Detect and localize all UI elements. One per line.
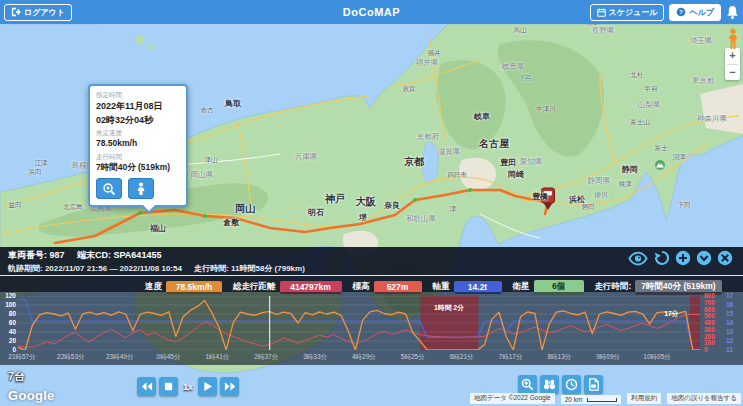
stop-icon <box>163 381 174 392</box>
x-axis-label: 21時57分 <box>0 353 44 362</box>
calendar-icon <box>597 8 606 17</box>
popup-time-value: 02時32分04秒 <box>96 114 180 126</box>
zoom-search-button[interactable] <box>518 375 537 394</box>
axis-tick: 16 <box>726 302 733 309</box>
axis-tick: 14 <box>726 320 733 327</box>
x-axis-label: 6時21分 <box>440 353 484 362</box>
map-zoom-out-button[interactable]: − <box>725 65 740 81</box>
help-icon: ? <box>676 7 686 17</box>
panel-action-icons <box>627 250 733 266</box>
x-axis-label: 23時49分 <box>98 353 142 362</box>
x-axis-label: 2時37分 <box>244 353 288 362</box>
stop-region-label: 1時間 2分 <box>431 304 467 312</box>
vehicle-count-label: 7台 <box>8 369 25 384</box>
terms-link[interactable]: 利用規約 <box>627 393 661 404</box>
app-header: ログアウト DoCoMAP スケジュール ? ヘルプ <box>0 0 743 24</box>
scale-label: 20 km <box>565 396 583 403</box>
fast-forward-icon <box>224 381 236 392</box>
track-point-popup: 指定時間 2022年11月08日 02時32分04秒 推定速度 78.50km/… <box>88 84 188 207</box>
popup-duration-value: 7時間40分 (519km) <box>96 162 180 173</box>
popup-zoom-button[interactable] <box>96 178 122 199</box>
x-axis-label: 4時29分 <box>342 353 386 362</box>
map-zoom-control: + − <box>725 48 740 80</box>
csv-file-icon <box>587 378 600 391</box>
play-icon <box>202 381 213 392</box>
axis-tick: 17 <box>726 293 733 300</box>
time-search-button[interactable] <box>562 375 581 394</box>
vehicle-number: 車両番号: 987 <box>8 250 65 260</box>
magnifier-target-icon <box>102 182 116 196</box>
axis-tick: 15 <box>726 311 733 318</box>
popup-time-label: 指定時間 <box>96 91 180 100</box>
total-drive-time: 走行時間: 11時間58分 (799km) <box>194 264 305 273</box>
google-logo[interactable]: Google <box>8 388 55 403</box>
stop-button[interactable] <box>159 377 178 396</box>
axis-tick: 11 <box>726 347 733 354</box>
schedule-button[interactable]: スケジュール <box>590 4 665 21</box>
axis-tick: 120 <box>5 293 16 300</box>
axis-tick: 80 <box>9 311 16 318</box>
rewind-button[interactable] <box>137 377 156 396</box>
playback-controls: 1x <box>137 377 239 396</box>
map-tools <box>518 375 603 394</box>
help-label: ヘルプ <box>689 7 714 18</box>
stop-region-label: 17分 <box>653 310 689 318</box>
help-button[interactable]: ? ヘルプ <box>669 4 721 21</box>
popup-pointer-inner <box>142 204 156 211</box>
popup-buttons <box>96 178 180 199</box>
playback-speed: 1x <box>183 382 193 392</box>
x-axis-label: 1時41分 <box>195 353 239 362</box>
add-icon[interactable] <box>675 250 691 266</box>
logout-icon <box>11 7 21 17</box>
x-axis-label: 10時05分 <box>635 353 679 362</box>
x-axis-label: 5時25分 <box>391 353 435 362</box>
axis-tick: 20 <box>9 338 16 345</box>
trip-chart-panel: 1時間 2分17分1201008060402008007006005004003… <box>0 292 743 365</box>
axis-tick: 13 <box>726 329 733 336</box>
terminal-code: 端末CD: SPA641455 <box>77 250 161 260</box>
popup-speed-value: 78.50km/h <box>96 138 180 149</box>
report-error-link[interactable]: 地図の誤りを報告する <box>667 393 741 404</box>
pegman-button-icon <box>135 182 147 196</box>
popup-streetview-button[interactable] <box>128 178 154 199</box>
logout-button[interactable]: ログアウト <box>4 4 72 21</box>
x-axis-label: 9時09分 <box>586 353 630 362</box>
fast-forward-button[interactable] <box>220 377 239 396</box>
axis-tick: 40 <box>9 329 16 336</box>
play-button[interactable] <box>198 377 217 396</box>
map-attribution: 地図データ ©2022 Google 20 km 利用規約 地図の誤りを報告する <box>470 393 741 404</box>
rewind-icon <box>141 381 153 392</box>
chart-plot[interactable] <box>18 296 700 350</box>
map-zoom-in-button[interactable]: + <box>725 48 740 64</box>
binoculars-button[interactable] <box>540 375 559 394</box>
notifications-bell-icon[interactable] <box>726 5 739 20</box>
mountain-icon <box>655 160 665 170</box>
visibility-icon[interactable] <box>627 251 649 266</box>
popup-duration-label: 走行時間 <box>96 153 180 162</box>
logout-label: ログアウト <box>24 7 65 18</box>
track-period: 軌跡期間: 2022/11/07 21:56 — 2022/11/08 10:5… <box>8 264 182 273</box>
scale-indicator: 20 km <box>561 395 622 404</box>
scale-bar <box>587 398 617 402</box>
collapse-panel-icon[interactable] <box>696 250 712 266</box>
refresh-icon[interactable] <box>654 250 670 266</box>
magnifier-plus-icon <box>521 378 534 391</box>
axis-tick: 12 <box>726 338 733 345</box>
x-axis-label: 22時53分 <box>49 353 93 362</box>
close-panel-icon[interactable] <box>717 250 733 266</box>
axis-tick: 100 <box>5 302 16 309</box>
header-actions: スケジュール ? ヘルプ <box>590 4 740 21</box>
chart-svg <box>18 296 700 350</box>
axis-tick: 0 <box>704 347 708 354</box>
csv-export-button[interactable] <box>584 375 603 394</box>
clock-icon <box>565 378 578 391</box>
docomap-app: + − 隠岐の島町国立公園石川県福井福井県敦賀高山松本長野県軽井沢高崎伊勢崎埼玉… <box>0 0 743 406</box>
x-axis-label: 3時33分 <box>293 353 337 362</box>
schedule-label: スケジュール <box>609 7 658 18</box>
axis-tick: 60 <box>9 320 16 327</box>
pegman-icon[interactable] <box>727 28 739 50</box>
x-axis-label: 0時45分 <box>147 353 191 362</box>
popup-date-value: 2022年11月08日 <box>96 100 180 112</box>
binoculars-icon <box>543 378 556 391</box>
popup-speed-label: 推定速度 <box>96 129 180 138</box>
